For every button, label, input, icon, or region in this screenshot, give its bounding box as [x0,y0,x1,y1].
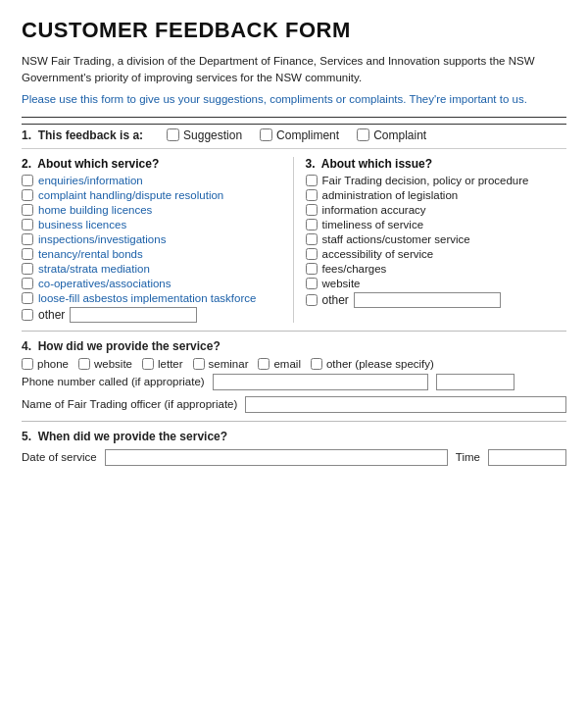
suggestion-label: Suggestion [183,128,242,142]
phone-number-label: Phone number called (if appropriate) [22,376,205,387]
section4: 4. How did we provide the service? phone… [22,339,566,413]
complaint-option[interactable]: Complaint [357,128,426,142]
suggestion-checkbox[interactable] [167,128,179,141]
suggestion-option[interactable]: Suggestion [167,128,242,142]
compliment-checkbox[interactable] [260,128,272,141]
website-checkbox[interactable] [78,358,90,370]
sections-2-3: 2. About which service? enquiries/inform… [22,157,566,323]
issue-other-checkbox[interactable] [306,294,318,306]
issue-item-7[interactable]: website [306,278,567,289]
section3-other-input[interactable] [354,292,501,308]
service-checkbox-4[interactable] [22,233,33,245]
issue-checkbox-2[interactable] [306,204,318,216]
service-item-2[interactable]: home building licences [22,204,283,216]
section4-header: 4. How did we provide the service? [22,339,566,353]
service-item-1[interactable]: complaint handling/dispute resolution [22,189,283,201]
issue-item-3[interactable]: timeliness of service [306,219,567,230]
issue-checkbox-4[interactable] [306,233,318,245]
section2-other-label: other [38,308,65,322]
service-item-3[interactable]: business licences [22,219,283,230]
issue-checkbox-7[interactable] [306,278,318,289]
other-specify-checkbox[interactable] [311,358,322,370]
section1-text: This feedback is a: [38,128,143,142]
compliment-label: Compliment [276,128,339,142]
service-item-8[interactable]: loose-fill asbestos implementation taskf… [22,292,283,304]
service-checkbox-5[interactable] [22,248,33,260]
issue-item-6[interactable]: fees/charges [306,263,567,275]
section1-number: 1. [22,128,31,142]
service-checkbox-0[interactable] [22,175,33,186]
service-checkbox-8[interactable] [22,292,33,304]
letter-checkbox[interactable] [142,358,154,370]
service-item-0[interactable]: enquiries/information [22,175,283,186]
service-email[interactable]: email [258,358,300,370]
service-letter[interactable]: letter [142,358,183,370]
section1-label: 1. This feedback is a: [22,128,143,142]
letter-label: letter [158,358,183,370]
please-note-text: Please use this form to give us your sug… [22,93,566,105]
service-checkbox-2[interactable] [22,204,33,216]
phone-label: phone [37,358,69,370]
issue-item-4[interactable]: staff actions/customer service [306,233,567,245]
issue-item-5[interactable]: accessibility of service [306,248,567,260]
officer-input[interactable] [245,396,566,413]
service-other-checkbox[interactable] [22,309,33,321]
issue-checkbox-3[interactable] [306,219,318,230]
issue-item-0[interactable]: Fair Trading decision, policy or procedu… [306,175,567,186]
phone-number-row: Phone number called (if appropriate) [22,374,566,390]
service-checkbox-7[interactable] [22,278,33,289]
section3-other-row: other [306,292,567,308]
other-specify-label: other (please specify) [326,358,434,370]
email-label: email [273,358,300,370]
section3-col: 3. About which issue? Fair Trading decis… [306,157,567,323]
service-item-6[interactable]: strata/strata mediation [22,263,283,275]
issue-checkbox-5[interactable] [306,248,318,260]
website-label: website [94,358,132,370]
service-item-5[interactable]: tenancy/rental bonds [22,248,283,260]
service-phone[interactable]: phone [22,358,69,370]
issue-item-1[interactable]: administration of legislation [306,189,567,201]
section2-col: 2. About which service? enquiries/inform… [22,157,294,323]
section4-number: 4. [22,339,31,353]
section5-header: 5. When did we provide the service? [22,430,566,443]
issue-item-2[interactable]: information accuracy [306,204,567,216]
section2-number: 2. [22,157,31,171]
section5-title: When did we provide the service? [38,430,227,443]
section3-number: 3. [306,157,316,171]
phone-number-input2[interactable] [436,374,514,390]
section5-number: 5. [22,430,31,443]
email-checkbox[interactable] [258,358,270,370]
officer-label: Name of Fair Trading officer (if appropr… [22,398,237,410]
issue-checkbox-0[interactable] [306,175,318,186]
service-seminar[interactable]: seminar [193,358,249,370]
date-service-input[interactable] [105,449,448,466]
service-checkbox-6[interactable] [22,263,33,275]
section2-other-input[interactable] [70,307,197,323]
date-service-row: Date of service Time [22,449,566,466]
section4-title: How did we provide the service? [38,339,220,353]
issue-checkbox-1[interactable] [306,189,318,201]
section3-header: 3. About which issue? [306,157,567,171]
service-item-4[interactable]: inspections/investigations [22,233,283,245]
complaint-label: Complaint [373,128,426,142]
service-checkbox-3[interactable] [22,219,33,230]
section2-header: 2. About which service? [22,157,283,171]
officer-row: Name of Fair Trading officer (if appropr… [22,396,566,413]
complaint-checkbox[interactable] [357,128,369,141]
phone-number-input[interactable] [213,374,428,390]
time-label: Time [456,451,480,463]
issue-checkbox-6[interactable] [306,263,318,275]
section1-row: 1. This feedback is a: Suggestion Compli… [22,124,566,149]
section5: 5. When did we provide the service? Date… [22,430,566,466]
compliment-option[interactable]: Compliment [260,128,339,142]
seminar-checkbox[interactable] [193,358,205,370]
phone-checkbox[interactable] [22,358,33,370]
service-website[interactable]: website [78,358,132,370]
service-checkbox-1[interactable] [22,189,33,201]
service-item-7[interactable]: co-operatives/associations [22,278,283,289]
page-title: CUSTOMER FEEDBACK FORM [22,18,566,43]
service-other-specify[interactable]: other (please specify) [311,358,434,370]
time-input[interactable] [488,449,566,466]
section2-title: About which service? [37,157,159,171]
date-service-label: Date of service [22,451,97,463]
